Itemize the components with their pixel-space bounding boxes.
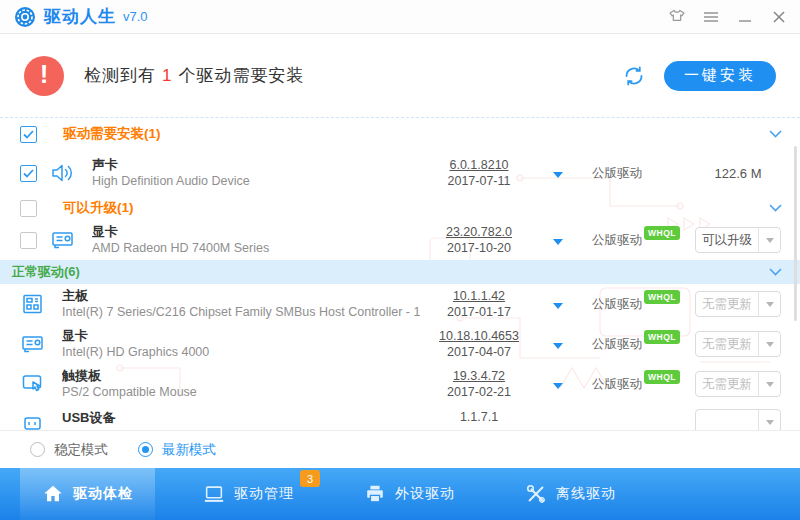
version-dropdown-icon[interactable] <box>553 383 563 389</box>
version-dropdown-icon[interactable] <box>553 172 563 178</box>
driver-date: 2017-01-17 <box>420 304 538 320</box>
version-dropdown-icon[interactable] <box>553 303 563 309</box>
whql-badge: WHQL <box>644 226 680 240</box>
whql-badge: WHQL <box>644 370 680 384</box>
row-checkbox[interactable] <box>20 232 37 249</box>
message-suffix: 个驱动需要安装 <box>178 66 304 85</box>
action-dropdown-icon[interactable] <box>758 292 780 316</box>
monitor-icon <box>203 483 225 505</box>
radio-icon[interactable] <box>30 442 45 457</box>
alert-icon: ! <box>24 56 64 96</box>
section-title: 正常驱动(6) <box>12 263 80 281</box>
usb-icon <box>20 409 50 430</box>
stable-mode-radio[interactable]: 稳定模式 <box>30 441 108 459</box>
driver-date: 2017-07-11 <box>420 173 538 189</box>
device-category: 触摸板 <box>62 367 420 384</box>
action-dropdown-icon[interactable] <box>758 372 780 396</box>
driver-size: 122.6 M <box>715 166 762 181</box>
device-name: AMD Radeon HD 7400M Series <box>92 240 420 257</box>
speaker-icon <box>50 161 80 185</box>
driver-row-gpu-amd: 显卡 AMD Radeon HD 7400M Series 23.20.782.… <box>0 220 800 260</box>
nav-driver-manage[interactable]: 驱动管理 3 <box>181 468 316 520</box>
driver-type: 公版驱动 <box>578 165 644 182</box>
driver-version-link[interactable]: 6.0.1.8210 <box>420 157 538 173</box>
row-checkbox[interactable] <box>20 165 37 182</box>
collapse-chevron-icon[interactable] <box>769 130 782 138</box>
device-name: High Definition Audio Device <box>92 173 420 190</box>
no-update-button[interactable]: 无需更新 <box>695 331 781 357</box>
driver-version-link[interactable]: 10.1.1.42 <box>420 288 538 304</box>
device-category: 显卡 <box>92 223 420 240</box>
version-dropdown-icon[interactable] <box>553 239 563 245</box>
minimize-icon[interactable] <box>736 8 754 26</box>
no-update-button[interactable]: 无需更新 <box>695 291 781 317</box>
driver-row-sound-card: 声卡 High Definition Audio Device 6.0.1.82… <box>0 150 800 196</box>
driver-version-link[interactable]: 10.18.10.4653 <box>420 328 538 344</box>
latest-mode-radio[interactable]: 最新模式 <box>138 441 216 459</box>
device-name: PS/2 Compatible Mouse <box>62 384 420 401</box>
gpu-card-icon <box>20 332 50 356</box>
device-category: 声卡 <box>92 156 420 173</box>
driver-date: 2017-10-20 <box>420 240 538 256</box>
version-dropdown-icon[interactable] <box>553 343 563 349</box>
driver-type: 公版驱动 <box>578 376 644 393</box>
close-icon[interactable] <box>770 8 788 26</box>
no-update-button[interactable] <box>695 409 781 430</box>
bottom-nav: 驱动体检 驱动管理 3 外设驱动 离线驱动 <box>0 468 800 520</box>
whql-badge: WHQL <box>644 290 680 304</box>
window-controls <box>668 8 788 26</box>
list-scrollbar[interactable] <box>794 146 797 321</box>
section-need-install-header[interactable]: 驱动需要安装(1) <box>0 118 800 150</box>
driver-date: 2017-02-21 <box>420 384 538 400</box>
upgrade-button[interactable]: 可以升级 <box>695 227 781 253</box>
skin-theme-icon[interactable] <box>668 8 686 26</box>
driver-row-motherboard: 主板 Intel(R) 7 Series/C216 Chipset Family… <box>0 284 800 324</box>
update-mode-bar: 稳定模式 最新模式 <box>0 430 800 468</box>
app-title: 驱动人生 <box>44 5 116 28</box>
printer-icon <box>364 483 386 505</box>
gpu-card-icon <box>50 228 80 252</box>
home-icon <box>42 483 64 505</box>
section-need-install-checkbox[interactable] <box>20 126 37 143</box>
section-normal-header[interactable]: 正常驱动(6) <box>0 260 800 284</box>
driver-row-gpu-intel: 显卡 Intel(R) HD Graphics 4000 10.18.10.46… <box>0 324 800 364</box>
driver-row-touchpad: 触摸板 PS/2 Compatible Mouse 19.3.4.72 2017… <box>0 364 800 404</box>
rescan-refresh-icon[interactable] <box>622 64 646 88</box>
radio-icon[interactable] <box>138 442 153 457</box>
one-click-install-button[interactable]: 一键安装 <box>664 61 776 91</box>
driver-count: 1 <box>162 66 172 85</box>
action-dropdown-icon[interactable] <box>758 410 780 430</box>
nav-offline-drivers[interactable]: 离线驱动 <box>503 468 638 520</box>
app-logo-gear-icon <box>14 6 36 28</box>
no-update-button[interactable]: 无需更新 <box>695 371 781 397</box>
title-bar: 驱动人生 v7.0 <box>0 0 800 34</box>
whql-badge: WHQL <box>644 330 680 344</box>
driver-type: 公版驱动 <box>578 296 644 313</box>
action-dropdown-icon[interactable] <box>758 228 780 252</box>
scan-result-banner: ! 检测到有1个驱动需要安装 一键安装 <box>0 34 800 118</box>
driver-version: 1.1.7.1 <box>420 409 538 425</box>
message-prefix: 检测到有 <box>84 66 156 85</box>
app-version: v7.0 <box>123 9 148 24</box>
section-title: 驱动需要安装(1) <box>63 125 161 143</box>
nav-peripheral-drivers[interactable]: 外设驱动 <box>342 468 477 520</box>
collapse-chevron-icon[interactable] <box>769 204 782 212</box>
device-category: USB设备 <box>62 409 420 426</box>
driver-list: 驱动需要安装(1) 声卡 <box>0 118 800 430</box>
device-category: 显卡 <box>62 327 420 344</box>
device-name: Intel(R) 7 Series/C216 Chipset Family SM… <box>62 304 420 321</box>
device-category: 主板 <box>62 287 420 304</box>
menu-icon[interactable] <box>702 8 720 26</box>
collapse-chevron-icon[interactable] <box>769 268 782 276</box>
motherboard-icon <box>20 292 50 316</box>
driver-app-window: 驱动人生 v7.0 <box>0 0 800 520</box>
driver-type: 公版驱动 <box>578 232 644 249</box>
driver-type: 公版驱动 <box>578 336 644 353</box>
section-title: 可以升级(1) <box>63 199 134 217</box>
driver-version-link[interactable]: 23.20.782.0 <box>420 224 538 240</box>
section-upgradable-checkbox[interactable] <box>20 200 37 217</box>
driver-version-link[interactable]: 19.3.4.72 <box>420 368 538 384</box>
action-dropdown-icon[interactable] <box>758 332 780 356</box>
nav-driver-check[interactable]: 驱动体检 <box>20 468 155 520</box>
section-upgradable-header[interactable]: 可以升级(1) <box>0 196 800 220</box>
